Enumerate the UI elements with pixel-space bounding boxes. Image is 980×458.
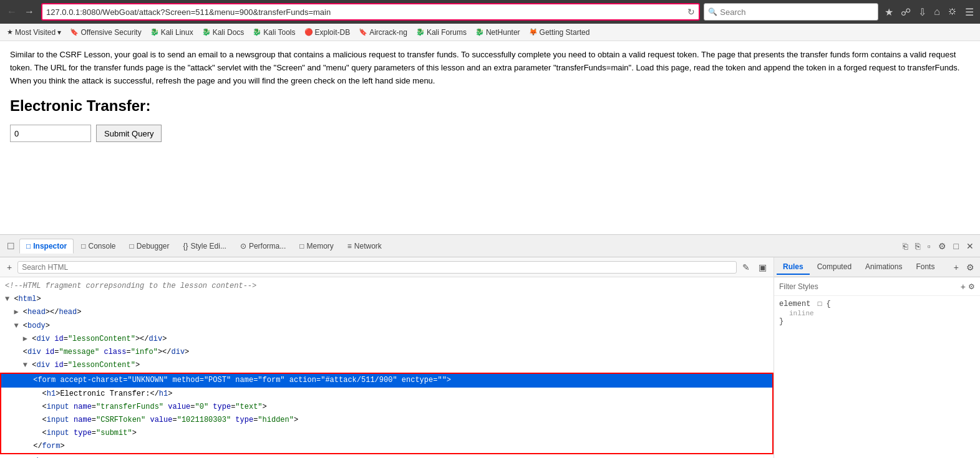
dock-button[interactable]: ▫ xyxy=(925,240,933,252)
html-line-form-open[interactable]: <form accept-charset="UNKNOWN" method="P… xyxy=(1,374,772,387)
html-line-div-lessoncontent1[interactable]: ▶ <div id="lessonContent"></div> xyxy=(0,333,774,346)
offensive-security-label: Offensive Security xyxy=(80,28,141,37)
html-line-body-open[interactable]: ▼ <body> xyxy=(0,320,774,333)
pick-element-button[interactable]: ☐ xyxy=(4,239,18,253)
bookmark-most-visited[interactable]: ★ Most Visited ▾ xyxy=(4,27,64,37)
kali-linux-icon: 🐉 xyxy=(150,28,159,36)
reload-button[interactable]: ↻ xyxy=(687,7,695,17)
html-line-h1[interactable]: <h1>Electronic Transfer:</h1> xyxy=(1,388,772,401)
search-input[interactable] xyxy=(720,7,874,17)
rules-tab-computed[interactable]: Computed xyxy=(811,260,858,275)
devtools-toolbar-right: ⎗ ⎘ ▫ ⚙ □ ✕ xyxy=(900,240,976,252)
bookmark-kali-forums[interactable]: 🐉 Kali Forums xyxy=(413,27,470,37)
bookmark-aircrack-ng[interactable]: 🔖 Aircrack-ng xyxy=(356,27,410,37)
back-button[interactable]: ← xyxy=(4,5,20,19)
responsive-design-button[interactable]: ⎗ xyxy=(900,240,910,252)
home-button[interactable]: ⌂ xyxy=(931,5,943,19)
element-keyword: element xyxy=(779,300,810,308)
tab-debugger[interactable]: □ Debugger xyxy=(124,239,176,253)
attr-action: action xyxy=(289,376,316,384)
aircrack-ng-label: Aircrack-ng xyxy=(369,28,407,37)
shield-button[interactable]: ⛭ xyxy=(945,5,960,19)
tag-head: head xyxy=(27,308,46,317)
gear-rule-button[interactable]: ⚙ xyxy=(963,261,978,274)
html-line-html-open[interactable]: ▼ <html> xyxy=(0,293,774,306)
html-line-head[interactable]: ▶ <head></head> xyxy=(0,306,774,319)
rules-tab-animations[interactable]: Animations xyxy=(859,260,908,275)
submit-query-button[interactable]: Submit Query xyxy=(96,125,162,142)
detach-button[interactable]: □ xyxy=(951,240,961,252)
html-line-div-lessoncontent2[interactable]: ▼ <div id="lessonContent"> xyxy=(0,359,774,372)
bookmark-kali-tools[interactable]: 🐉 Kali Tools xyxy=(250,27,298,37)
inline-source-label: inline xyxy=(789,310,814,317)
exploit-db-label: Exploit-DB xyxy=(315,28,351,37)
html-line-input-csrf[interactable]: <input name="CSRFToken" value="102118030… xyxy=(1,414,772,427)
most-visited-label: Most Visited ▾ xyxy=(15,28,61,37)
tag-head-close: head xyxy=(59,308,77,317)
attr-accept-charset: accept-charset xyxy=(60,376,123,384)
expand-head-arrow[interactable]: ▶ xyxy=(14,308,18,317)
tab-inspector[interactable]: □ Inspector xyxy=(19,239,74,254)
expand-arrow[interactable]: ▼ xyxy=(5,295,9,303)
attr-type-submit: type xyxy=(74,429,92,437)
html-code: <!--HTML fragment correpsonding to the l… xyxy=(0,277,774,458)
edit-html-button[interactable]: ✎ xyxy=(739,261,753,274)
page-description: Similar to the CSRF Lesson, your goal is… xyxy=(10,49,970,87)
tab-network[interactable]: ≡ Network xyxy=(341,239,388,253)
split-console-button[interactable]: ⎘ xyxy=(913,240,923,252)
network-tab-label: Network xyxy=(354,242,382,250)
menu-button[interactable]: ☰ xyxy=(963,5,976,19)
html-line-input-submit[interactable]: <input type="submit"> xyxy=(1,427,772,440)
tab-memory[interactable]: □ Memory xyxy=(293,239,340,253)
bookmark-offensive-security[interactable]: 🔖 Offensive Security xyxy=(67,27,144,37)
forward-button[interactable]: → xyxy=(21,5,37,19)
bookmark-kali-linux[interactable]: 🐉 Kali Linux xyxy=(147,27,196,37)
filter-styles-input[interactable] xyxy=(821,282,958,291)
bookmark-nethunter[interactable]: 🐉 NetHunter xyxy=(472,27,523,37)
filter-add-button[interactable]: + xyxy=(961,282,966,292)
tab-performance[interactable]: ⊙ Performa... xyxy=(234,239,292,253)
tag-div1: div xyxy=(36,335,50,343)
add-node-button[interactable]: + xyxy=(4,261,15,274)
rules-toolbar-icons: + ⚙ xyxy=(951,261,978,274)
tag-body: body xyxy=(27,322,46,330)
settings-button[interactable]: ⚙ xyxy=(936,240,949,252)
attr-type-csrf: type xyxy=(235,416,253,424)
rules-tabs: Rules Computed Animations Fonts + ⚙ xyxy=(774,257,980,277)
html-line-input-transfer[interactable]: <input name="transferFunds" value="0" ty… xyxy=(1,401,772,414)
expand-body-arrow[interactable]: ▼ xyxy=(14,322,18,330)
bookmark-kali-docs[interactable]: 🐉 Kali Docs xyxy=(199,27,248,37)
expand-div3-arrow[interactable]: ▼ xyxy=(23,361,27,370)
attr-enctype: enctype xyxy=(402,376,433,384)
checkbox-element[interactable]: □ xyxy=(818,300,822,308)
close-devtools-button[interactable]: ✕ xyxy=(964,240,976,252)
html-line-form-close[interactable]: </form> xyxy=(1,440,772,453)
transfer-input[interactable] xyxy=(10,125,91,142)
html-line-comment[interactable]: <!--HTML fragment correpsonding to the l… xyxy=(0,280,774,293)
address-bar[interactable] xyxy=(46,7,687,17)
search-html-input[interactable] xyxy=(17,261,737,274)
download-button[interactable]: ⇩ xyxy=(916,5,929,19)
tag-input-submit: input xyxy=(47,429,69,437)
attr-value-transfer: value xyxy=(168,403,190,411)
rules-tab-rules[interactable]: Rules xyxy=(777,260,810,275)
html-line-div-message[interactable]: <div id="message" class="info"></div> xyxy=(0,346,774,359)
expand-div1-arrow[interactable]: ▶ xyxy=(23,335,27,343)
bookmark-getting-started[interactable]: 🦊 Getting Started xyxy=(526,27,593,37)
screenshot-button[interactable]: ▣ xyxy=(755,261,770,274)
tag-h1: h1 xyxy=(47,389,56,398)
tab-style-editor[interactable]: {} Style Edi... xyxy=(177,239,233,253)
filter-gear-button[interactable]: ⚙ xyxy=(968,282,975,291)
form-highlight-box: <form accept-charset="UNKNOWN" method="P… xyxy=(0,373,774,454)
console-tab-icon: □ xyxy=(81,242,85,250)
bookmark-exploit-db[interactable]: 🔴 Exploit-DB xyxy=(301,27,354,37)
html-line-br1[interactable]: <br> xyxy=(0,455,774,458)
add-rule-button[interactable]: + xyxy=(951,261,962,274)
performance-tab-icon: ⊙ xyxy=(240,242,246,250)
rules-tab-fonts[interactable]: Fonts xyxy=(910,260,941,275)
bookmark-star-button[interactable]: ★ xyxy=(882,5,896,19)
tag-div3: div xyxy=(36,361,50,370)
reading-list-button[interactable]: ☍ xyxy=(898,5,913,19)
bookmarks-bar: ★ Most Visited ▾ 🔖 Offensive Security 🐉 … xyxy=(0,24,980,41)
tab-console[interactable]: □ Console xyxy=(75,239,122,253)
